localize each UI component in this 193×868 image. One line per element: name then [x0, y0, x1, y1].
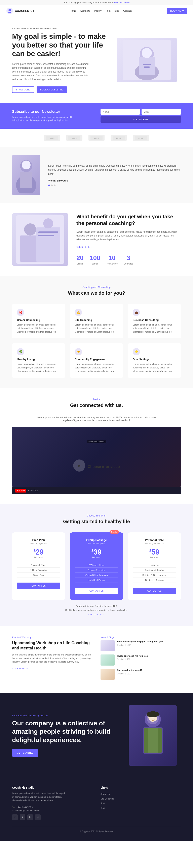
svg-text:LOGO: LOGO [116, 137, 121, 139]
free-plan-tagline: Best for beginners [17, 542, 60, 545]
service-goals: ⭐ Goal Settings Lorem ipsum dolor sit am… [128, 343, 181, 378]
nav-about[interactable]: About Us [80, 9, 90, 12]
svg-rect-5 [139, 57, 155, 75]
partner-logo-4: LOGO [111, 135, 127, 141]
footer-link-post: Post [101, 802, 181, 805]
nav-contact[interactable]: Contact [123, 9, 131, 12]
news-date-1: October 1, 2021 [117, 644, 181, 646]
svg-rect-29 [38, 235, 54, 236]
get-started-button[interactable]: GET STARTED [12, 749, 38, 756]
newsletter-title: Subscribe to our Newsletter [12, 110, 92, 114]
youtube-social-button[interactable]: yt [35, 814, 41, 820]
nav-page[interactable]: Page ▾ [94, 9, 102, 12]
svg-text:LOGO: LOGO [138, 137, 143, 139]
nav-home[interactable]: Home [70, 9, 76, 12]
news-title-2: These exercises will help you [117, 654, 181, 657]
personal-plan-tagline: Best for your attention [133, 542, 176, 545]
cta-person-image [129, 705, 177, 766]
service-career: 🎯 Career Counseling Lorem ipsum dolor si… [12, 304, 65, 339]
group-currency: $ [91, 549, 93, 553]
stat-stories-num: 100 [90, 254, 100, 262]
facebook-button[interactable]: f [12, 814, 18, 820]
video-container[interactable]: Video Placeholder ▶ Choose ▶ ur video [12, 427, 181, 487]
news-item-1: Here are 5 ways to help you strengthen y… [101, 640, 181, 651]
community-desc: Lorem ipsum dolor sit amet, consectetur … [75, 362, 118, 373]
footer-links-title: Links [101, 786, 181, 789]
top-bar-link[interactable]: coacheskit.com [114, 1, 129, 4]
play-button[interactable]: ▶ [73, 460, 85, 471]
stat-stories-label: Stories [90, 262, 100, 265]
cta-section: Book Your Free Counselling with Us! Our … [0, 693, 193, 778]
pricing-footer-desc: Ut elit tellus, luctus nec ullamcorper m… [12, 609, 181, 611]
service-business: 💼 Business Consulting Lorem ipsum dolor … [128, 304, 181, 339]
pricing-title: Getting started to healthy life [12, 519, 181, 524]
services-grid: 🎯 Career Counseling Lorem ipsum dolor si… [12, 304, 181, 378]
news-date-3: October 1, 2021 [117, 673, 181, 675]
cta-person-illustration [133, 707, 173, 764]
media-subtitle: Media [12, 398, 181, 401]
hero-illustration [123, 40, 171, 80]
pricing-subtitle: Choose Your Plan [12, 514, 181, 517]
video-content: Video Placeholder ▶ Choose ▶ ur video [73, 440, 120, 474]
events-desc: Lorem ipsum is simply dummy text of the … [12, 653, 92, 664]
benefits-desc: Lorem ipsum dolor sit amet, consectetur … [76, 230, 181, 242]
testimonial-dot-3[interactable] [54, 185, 55, 186]
hero-image [117, 38, 177, 82]
benefits-illustration [16, 215, 64, 264]
group-contact-button[interactable]: CONTACT US [75, 588, 118, 594]
personal-contact-button[interactable]: CONTACT US [133, 588, 176, 594]
pricing-footer-text: Ready to take your first step the great … [12, 605, 181, 607]
book-consulting-button[interactable]: BOOK A CONSULTING [37, 86, 67, 93]
logo-text: COACHES KIT [15, 9, 34, 12]
benefits-image [12, 213, 68, 266]
stat-clients-num: 20 [76, 254, 84, 262]
personal-feature-4: Dedicated Training [133, 578, 176, 583]
show-more-button[interactable]: SHOW MORE [12, 86, 34, 93]
newsletter-desc: Lorem ipsum dolor sit amet, consectetur … [12, 116, 72, 122]
newsletter-info: Subscribe to our Newsletter Lorem ipsum … [12, 110, 92, 122]
service-healthy: 🌿 Healthy Living Lorem ipsum dolor sit a… [12, 343, 65, 378]
nav-blog[interactable]: Blog [114, 9, 119, 12]
cta-label: Book Your Free Counselling with Us! [12, 714, 117, 717]
linkedin-button[interactable]: in [27, 814, 33, 820]
svg-rect-8 [144, 66, 150, 68]
news-image-3 [101, 669, 115, 680]
nav-book-button[interactable]: BOOK NOW [167, 8, 187, 14]
healthy-desc: Lorem ipsum dolor sit amet, consectetur … [17, 362, 60, 373]
subscribe-button[interactable]: © SUBSCRIBE [101, 116, 181, 123]
youtube-button[interactable]: YouTube [15, 489, 26, 493]
nav-post[interactable]: Post [106, 9, 110, 12]
business-desc: Lorem ipsum dolor sit amet, consectetur … [133, 323, 176, 334]
events-link[interactable]: CLICK HERE → [12, 668, 28, 670]
events-title: Upcomming Workshop on Life Coaching and … [12, 640, 92, 651]
testimonial-dot-2[interactable] [51, 185, 53, 186]
news-date-2: October 1, 2021 [117, 658, 181, 660]
newsletter-name-input[interactable] [101, 109, 140, 115]
pricing-section: Choose Your Plan Getting started to heal… [0, 504, 193, 626]
twitter-button[interactable]: t [20, 814, 25, 820]
pricing-cta-link[interactable]: CLICK HERE → [88, 613, 105, 616]
benefits-link[interactable]: CLICK HERE → [76, 246, 181, 248]
media-title: Get connected with us. [12, 402, 181, 408]
testimonial-dot-1[interactable] [48, 185, 50, 186]
stats-row: 20 Clients 100 Stories 10 Yrs Service 3 … [76, 254, 181, 265]
community-title: Community Engagement [75, 358, 118, 361]
news-column: News & Blogs Here are 5 ways to help you… [101, 636, 181, 683]
newsletter-email-input[interactable] [142, 109, 181, 115]
news-title-1: Here are 5 ways to help you strengthen y… [117, 640, 181, 643]
footer-copyright: © Copyright 2021 All Rights Reserved [12, 826, 181, 833]
stat-countries: 3 Countries [124, 254, 133, 265]
news-item-2: These exercises will help you October 1,… [101, 654, 181, 665]
free-contact-button[interactable]: CONTACT US [17, 583, 60, 589]
partner-logo-3: LOGO [88, 135, 105, 141]
svg-text:LOGO: LOGO [50, 137, 54, 139]
news-content-1: Here are 5 ways to help you strengthen y… [117, 640, 181, 646]
cta-content: Book Your Free Counselling with Us! Our … [12, 714, 117, 757]
newsletter-form: © SUBSCRIBE [101, 109, 181, 123]
group-plan-period: Per Month [75, 556, 118, 559]
goals-title: Goal Settings [133, 358, 176, 361]
personal-feature-3: Building Offline Learning [133, 573, 176, 578]
news-content-2: These exercises will help you October 1,… [117, 654, 181, 660]
group-plan-name: Group Package [75, 538, 118, 542]
business-icon: 💼 [133, 309, 140, 316]
